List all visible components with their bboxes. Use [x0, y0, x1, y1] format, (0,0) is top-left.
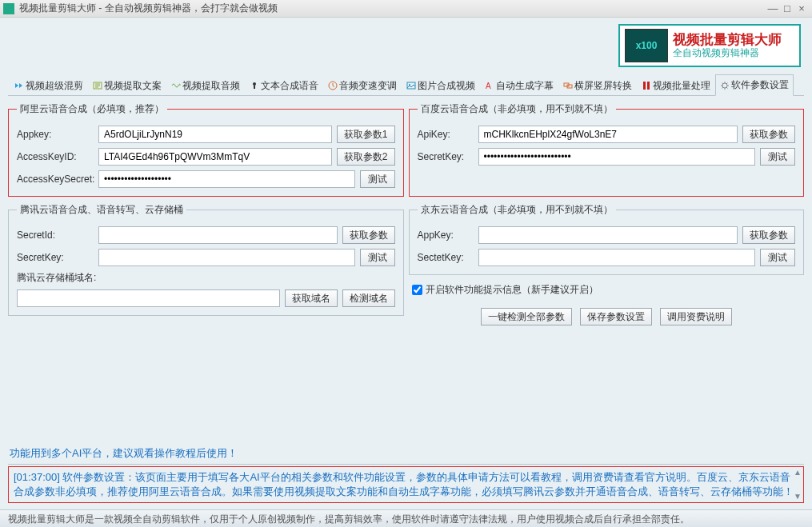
- baidu-sk-btn[interactable]: 测试: [760, 148, 795, 166]
- save-btn[interactable]: 保存参数设置: [580, 308, 652, 325]
- jd-sk-input[interactable]: [478, 249, 756, 266]
- fees-btn[interactable]: 调用资费说明: [660, 308, 732, 325]
- tencent-bucket-btn2[interactable]: 检测域名: [342, 289, 395, 307]
- tab-5[interactable]: 图片合成视频: [402, 74, 480, 96]
- tab-label-9: 软件参数设置: [731, 78, 789, 92]
- close-button[interactable]: ×: [794, 2, 809, 14]
- tab-icon-4: [328, 81, 338, 90]
- ali-akid-label: AccessKeyID:: [17, 151, 94, 162]
- tencent-sid-input[interactable]: [98, 226, 338, 244]
- tencent-sk-btn[interactable]: 测试: [360, 249, 395, 266]
- svg-point-1: [253, 82, 256, 86]
- baidu-apikey-input[interactable]: [478, 126, 738, 143]
- baidu-apikey-label: ApiKey:: [418, 129, 474, 140]
- svg-text:A: A: [486, 82, 491, 90]
- ali-appkey-label: Appkey:: [17, 129, 94, 140]
- log-scrollbar[interactable]: ▲ ▼: [794, 467, 805, 502]
- maximize-button[interactable]: □: [780, 2, 794, 14]
- ali-legend: 阿里云语音合成（必填项，推荐）: [17, 102, 167, 116]
- tab-7[interactable]: 横屏竖屏转换: [558, 74, 637, 96]
- ali-aks-btn[interactable]: 测试: [360, 170, 395, 188]
- svg-rect-2: [254, 86, 255, 89]
- titlebar: 视频批量剪辑大师 - 全自动视频剪辑神器，会打字就会做视频 — □ ×: [0, 0, 812, 18]
- promo-banner: x100 视频批量剪辑大师 全自动视频剪辑神器: [618, 24, 801, 67]
- app-icon: [3, 3, 14, 14]
- baidu-legend: 百度云语音合成（非必填项，用不到就不填）: [418, 102, 616, 116]
- tab-0[interactable]: 视频超级混剪: [10, 74, 88, 96]
- tips-checkbox-row: 开启软件功能提示信息（新手建议开启）: [412, 283, 805, 297]
- ali-appkey-input[interactable]: [98, 126, 332, 143]
- tab-4[interactable]: 音频变速变调: [323, 74, 402, 96]
- tencent-bucket-input[interactable]: [17, 289, 280, 307]
- tab-1[interactable]: 视频提取文案: [88, 74, 166, 96]
- tab-bar: 视频超级混剪视频提取文案视频提取音频文本合成语音音频变速变调图片合成视频A自动生…: [8, 74, 804, 96]
- scroll-up-icon[interactable]: ▲: [794, 467, 805, 478]
- log-message: 软件参数设置：该页面主要用于填写各大AI平台的相关参数和软件功能设置，参数的具体…: [14, 471, 794, 497]
- log-area: 功能用到多个AI平台，建议观看操作教程后使用！ [01:37:00] 软件参数设…: [8, 443, 804, 503]
- tab-icon-3: [250, 81, 259, 90]
- minimize-button[interactable]: —: [766, 2, 780, 14]
- tab-icon-1: [93, 81, 102, 90]
- tencent-sid-btn[interactable]: 获取参数: [342, 226, 395, 244]
- tab-label-0: 视频超级混剪: [26, 79, 83, 93]
- tencent-group: 腾讯云语音合成、语音转写、云存储桶 SecretId: 获取参数 SecretK…: [8, 203, 404, 316]
- svg-point-11: [722, 83, 727, 88]
- tab-icon-0: [14, 81, 24, 90]
- tab-8[interactable]: 视频批量处理: [637, 74, 715, 96]
- tab-label-7: 横屏竖屏转换: [574, 79, 632, 93]
- tencent-sk-label: SecretKey:: [17, 252, 94, 263]
- promo-thumb: x100: [625, 29, 668, 62]
- jd-sk-label: SectetKey:: [418, 252, 474, 263]
- tab-icon-6: A: [485, 81, 494, 90]
- tab-label-2: 视频提取音频: [182, 79, 240, 93]
- status-bar: 视频批量剪辑大师是一款视频全自动剪辑软件，仅用于个人原创视频制作，提高剪辑效率，…: [0, 509, 812, 527]
- tab-label-8: 视频批量处理: [653, 79, 710, 93]
- tencent-legend: 腾讯云语音合成、语音转写、云存储桶: [17, 203, 186, 217]
- scroll-down-icon[interactable]: ▼: [794, 491, 805, 502]
- tab-icon-8: [642, 81, 651, 90]
- tab-9[interactable]: 软件参数设置: [715, 74, 794, 96]
- tab-icon-9: [720, 81, 730, 90]
- tab-label-3: 文本合成语音: [261, 79, 318, 93]
- tab-2[interactable]: 视频提取音频: [166, 74, 245, 96]
- jd-ak-input[interactable]: [478, 226, 738, 244]
- jd-group: 京东云语音合成（非必填项，用不到就不填） AppKey: 获取参数 Sectet…: [409, 203, 805, 275]
- ali-appkey-btn[interactable]: 获取参数1: [337, 126, 395, 143]
- tab-icon-5: [406, 81, 416, 90]
- tips-checkbox[interactable]: [412, 285, 422, 295]
- svg-rect-9: [643, 82, 646, 90]
- tab-label-1: 视频提取文案: [104, 79, 162, 93]
- log-timestamp: [01:37:00]: [14, 471, 60, 483]
- jd-ak-btn[interactable]: 获取参数: [742, 226, 795, 244]
- ali-aks-input[interactable]: [98, 170, 355, 188]
- promo-title: 视频批量剪辑大师: [673, 33, 782, 48]
- jd-sk-btn[interactable]: 测试: [760, 249, 795, 266]
- ali-akid-btn[interactable]: 获取参数2: [337, 148, 395, 166]
- promo-sub: 全自动视频剪辑神器: [673, 48, 782, 58]
- tencent-bucket-label: 腾讯云存储桶域名:: [17, 271, 105, 285]
- baidu-apikey-btn[interactable]: 获取参数: [742, 126, 795, 143]
- ali-akid-input[interactable]: [98, 148, 332, 166]
- tips-checkbox-label: 开启软件功能提示信息（新手建议开启）: [426, 283, 598, 297]
- baidu-sk-label: SecretKey:: [418, 151, 474, 162]
- tencent-sid-label: SecretId:: [17, 230, 94, 241]
- window-title: 视频批量剪辑大师 - 全自动视频剪辑神器，会打字就会做视频: [19, 2, 766, 15]
- baidu-group: 百度云语音合成（非必填项，用不到就不填） ApiKey: 获取参数 Secret…: [409, 102, 805, 197]
- tab-3[interactable]: 文本合成语音: [245, 74, 323, 96]
- tab-label-4: 音频变速变调: [339, 79, 397, 93]
- ali-aks-label: AccessKeySecret:: [17, 174, 94, 185]
- check-all-btn[interactable]: 一键检测全部参数: [481, 308, 572, 325]
- tab-icon-2: [171, 81, 181, 90]
- jd-ak-label: AppKey:: [418, 230, 474, 241]
- tab-icon-7: [563, 81, 573, 90]
- jd-legend: 京东云语音合成（非必填项，用不到就不填）: [418, 203, 616, 217]
- tab-6[interactable]: A自动生成字幕: [480, 74, 558, 96]
- log-header: 功能用到多个AI平台，建议观看操作教程后使用！: [8, 443, 804, 465]
- svg-rect-10: [647, 82, 650, 90]
- baidu-sk-input[interactable]: [478, 148, 756, 166]
- tab-label-5: 图片合成视频: [418, 79, 475, 93]
- ali-group: 阿里云语音合成（必填项，推荐） Appkey: 获取参数1 AccessKeyI…: [8, 102, 404, 197]
- tencent-bucket-btn1[interactable]: 获取域名: [285, 289, 338, 307]
- tab-label-6: 自动生成字幕: [496, 79, 554, 93]
- tencent-sk-input[interactable]: [98, 249, 355, 266]
